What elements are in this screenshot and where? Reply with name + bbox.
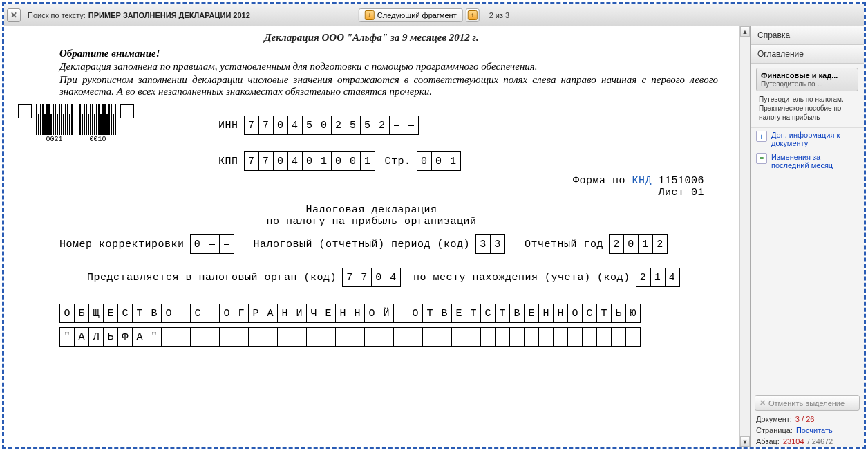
scroll-up-button[interactable]: ▲: [740, 26, 750, 37]
corr-cells: 0: [190, 234, 234, 254]
close-search-button[interactable]: ✕: [7, 8, 21, 22]
sidebar-toc[interactable]: Оглавление: [751, 45, 864, 64]
place-label: по месту нахождения (учета) (код): [413, 272, 630, 284]
corr-label: Номер корректировки: [59, 239, 185, 250]
arrow-down-icon: ↓: [365, 10, 375, 20]
page-cells: 001: [417, 151, 461, 171]
inn-label: ИНН: [218, 120, 238, 131]
sidebar-card[interactable]: Финансовые и кад... Путеводитель по ...: [756, 68, 858, 91]
next-fragment-button[interactable]: ↓ Следующий фрагмент: [359, 8, 463, 22]
scroll-down-button[interactable]: ▼: [740, 436, 750, 447]
info-icon: i: [756, 131, 767, 142]
page-count-link[interactable]: Посчитать: [796, 426, 833, 434]
year-label: Отчетный год: [525, 239, 603, 250]
organ-label: Представляется в налоговый орган (код): [87, 272, 337, 284]
marker-square-left: [18, 104, 32, 118]
organ-cells: 7704: [342, 268, 401, 287]
marker-square-right: [120, 104, 134, 118]
changes-icon: ≡: [756, 153, 767, 164]
form-knd-line: Форма по КНД 1151006: [18, 175, 704, 187]
year-cells: 2012: [609, 234, 668, 254]
document-viewport: Декларация ООО "Альфа" за 9 месяцев 2012…: [4, 26, 739, 447]
next-fragment-label: Следующий фрагмент: [377, 11, 457, 19]
sidebar-help[interactable]: Справка: [751, 26, 864, 45]
fragment-counter: 2 из 3: [489, 11, 510, 19]
sidebar-changes-link[interactable]: ≡ Изменения за последний месяц: [751, 150, 864, 172]
search-toolbar: ✕ Поиск по тексту: ПРИМЕР ЗАПОЛНЕНИЯ ДЕК…: [4, 4, 864, 26]
inn-cells: 7704502552: [244, 116, 419, 135]
search-term: ПРИМЕР ЗАПОЛНЕНИЯ ДЕКЛАРАЦИИ 2012: [88, 11, 250, 19]
period-cells: 33: [475, 234, 505, 254]
place-cells: 214: [636, 268, 680, 287]
sidebar: Справка Оглавление Финансовые и кад... П…: [750, 26, 864, 447]
doc-note-manual: При рукописном заполнении декларации чис…: [59, 74, 718, 98]
status-paragraph: Абзац: 23104 / 24672: [751, 436, 864, 447]
page-cells-label: Стр.: [385, 156, 411, 167]
org-name-row-1: ОБЩЕСТВОСОГРАНИЧЕННОЙОТВЕТСТВЕННОСТЬЮ: [59, 304, 641, 323]
arrow-up-icon: ↑: [468, 10, 478, 20]
kpp-cells: 770401001: [244, 151, 375, 171]
declaration-title: Налоговая декларация по налогу на прибыл…: [18, 204, 725, 228]
sheet-label: Лист 01: [18, 187, 704, 199]
org-name-row-2: "АЛЬФА": [59, 327, 641, 347]
sidebar-extra-info-link[interactable]: i Доп. информация к документу: [751, 128, 864, 150]
cancel-selection-button[interactable]: ✕ Отменить выделение: [755, 395, 860, 411]
status-document: Документ: 3 / 26: [751, 414, 864, 425]
prev-fragment-button[interactable]: ↑: [466, 8, 480, 22]
doc-scrollbar[interactable]: ▲ ▼: [739, 26, 750, 447]
doc-attention: Обратите внимание!: [59, 48, 725, 59]
period-label: Налоговый (отчетный) период (код): [254, 239, 471, 250]
search-label: Поиск по тексту:: [28, 11, 86, 19]
kpp-label: КПП: [218, 156, 238, 167]
doc-note-rules: Декларация заполнена по правилам, устано…: [59, 61, 718, 73]
status-page: Страница: Посчитать: [751, 425, 864, 436]
sidebar-card-desc: Путеводитель по налогам. Практическое по…: [756, 93, 858, 123]
doc-title: Декларация ООО "Альфа" за 9 месяцев 2012…: [18, 32, 725, 44]
cancel-icon: ✕: [760, 398, 766, 407]
